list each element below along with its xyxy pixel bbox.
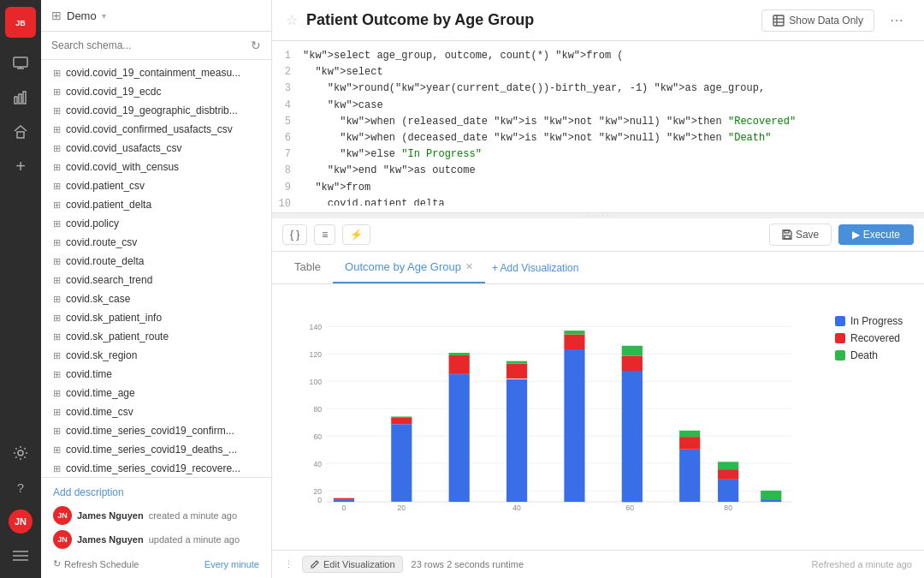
save-button[interactable]: Save (769, 223, 832, 246)
table-list-item[interactable]: ⊞covid.sk_region (41, 346, 271, 365)
chart-container: 140 120 100 80 60 40 20 0 (272, 284, 924, 550)
more-options-button[interactable]: ⋯ (883, 9, 910, 32)
table-list-item[interactable]: ⊞covid.covid_with_census (41, 158, 271, 176)
user-icon[interactable]: JN (5, 506, 36, 537)
indent-button[interactable]: ≡ (314, 224, 335, 245)
svg-rect-7 (23, 92, 26, 104)
table-list-item[interactable]: ⊞covid.search_trend (41, 271, 271, 289)
refresh-interval[interactable]: Every minute (204, 559, 259, 569)
svg-point-9 (18, 450, 23, 456)
table-icon: ⊞ (53, 200, 61, 211)
tab-table-label: Table (294, 260, 321, 273)
table-list-item[interactable]: ⊞covid.patient_delta (41, 195, 271, 214)
legend-label: Recovered (850, 332, 900, 344)
svg-rect-56 (718, 469, 738, 480)
table-icon: ⊞ (53, 369, 61, 380)
svg-text:100: 100 (310, 378, 323, 386)
table-list-item[interactable]: ⊞covid.patient_csv (41, 176, 271, 195)
table-list-item[interactable]: ⊞covid.time_series_covid19_deaths_... (41, 440, 271, 459)
edit-visualization-button[interactable]: Edit Visualization (302, 556, 403, 573)
format-button[interactable]: { } (282, 224, 307, 245)
svg-rect-49 (622, 371, 643, 502)
table-list-item[interactable]: ⊞covid.covid_confirmed_usafacts_csv (41, 120, 271, 139)
table-list-item[interactable]: ⊞covid.covid_usafacts_csv (41, 139, 271, 158)
svg-rect-44 (506, 364, 527, 379)
code-content[interactable]: "kw">select age_group, outcome, count(*)… (303, 48, 924, 206)
settings-icon[interactable] (5, 438, 36, 468)
table-list-item[interactable]: ⊞covid.covid_19_geographic_disbtrib... (41, 101, 271, 120)
table-list-item[interactable]: ⊞covid.time_age (41, 384, 271, 402)
editor-toolbar: { } ≡ ⚡ Save ▶ Execute (272, 217, 924, 251)
add-visualization-button[interactable]: + Add Visualization (485, 262, 586, 274)
table-list-item[interactable]: ⊞covid.time_series_covid19_recovere... (41, 459, 271, 477)
chart-icon[interactable] (5, 82, 36, 113)
svg-text:120: 120 (310, 350, 323, 359)
svg-rect-42 (449, 353, 470, 355)
svg-rect-52 (679, 450, 700, 502)
table-list-item[interactable]: ⊞covid.policy (41, 214, 271, 233)
show-data-button[interactable]: Show Data Only (761, 9, 874, 32)
table-list-item[interactable]: ⊞covid.covid_19_ecdc (41, 82, 271, 101)
svg-rect-46 (564, 349, 584, 502)
table-list-item[interactable]: ⊞covid.route_delta (41, 252, 271, 271)
topbar: ☆ Patient Outcome by Age Group Show Data… (272, 0, 924, 41)
chevron-down-icon: ▾ (102, 11, 106, 21)
table-list-item[interactable]: ⊞covid.sk_case (41, 289, 271, 308)
svg-rect-57 (718, 462, 738, 469)
legend-color (835, 316, 845, 326)
execute-button[interactable]: ▶ Execute (838, 224, 914, 245)
table-list-item[interactable]: ⊞covid.time (41, 365, 271, 384)
table-list-item[interactable]: ⊞covid.time_series_covid19_confirm... (41, 421, 271, 440)
code-line: covid.patient_delta (303, 196, 924, 206)
svg-text:140: 140 (310, 323, 323, 331)
sidebar-footer: Add description JNJames Nguyencreated a … (41, 477, 271, 578)
show-data-label: Show Data Only (789, 15, 863, 27)
refresh-row: ↻ Refresh Schedule Every minute (53, 551, 259, 569)
table-list-item[interactable]: ⊞covid.covid_19_containment_measu... (41, 63, 271, 82)
tab-close-icon[interactable]: ✕ (465, 261, 473, 272)
logo-icon[interactable]: JB (5, 7, 36, 38)
svg-rect-51 (622, 346, 643, 356)
home-icon[interactable] (5, 116, 36, 147)
help-icon[interactable]: ? (5, 472, 36, 503)
tab-table[interactable]: Table (282, 252, 333, 283)
table-icon: ⊞ (53, 313, 61, 324)
menu-icon[interactable] (5, 540, 36, 571)
lightning-button[interactable]: ⚡ (342, 224, 370, 245)
table-icon: ⊞ (53, 181, 61, 192)
status-dots: ⋮ (284, 559, 293, 570)
svg-text:60: 60 (313, 432, 322, 441)
results-tabs: Table Outcome by Age Group ✕ + Add Visua… (272, 252, 924, 284)
svg-rect-43 (506, 379, 527, 502)
svg-rect-8 (17, 132, 24, 138)
refresh-schema-icon[interactable]: ↻ (251, 39, 261, 52)
legend-item: In Progress (835, 315, 907, 327)
table-icon: ⊞ (53, 350, 61, 361)
svg-rect-6 (19, 94, 21, 104)
table-list-item[interactable]: ⊞covid.route_csv (41, 233, 271, 252)
legend-item: Death (835, 349, 907, 361)
code-editor[interactable]: 1234567891011121314"kw">select age_group… (272, 41, 924, 212)
avatar: JN (53, 530, 72, 549)
add-icon[interactable]: + (5, 151, 36, 182)
add-description-link[interactable]: Add description (53, 486, 259, 498)
table-icon: ⊞ (53, 162, 61, 173)
svg-rect-45 (506, 361, 527, 364)
table-list-item[interactable]: ⊞covid.sk_patient_info (41, 308, 271, 327)
demo-selector[interactable]: ⊞ Demo ▾ (51, 9, 106, 22)
svg-text:80: 80 (313, 405, 322, 414)
legend-label: In Progress (850, 315, 903, 327)
monitor-icon[interactable] (5, 48, 36, 79)
svg-rect-35 (334, 499, 354, 502)
schema-search-input[interactable] (51, 39, 246, 51)
nav-bar: JB + ? JN (0, 0, 41, 578)
svg-text:20: 20 (313, 487, 322, 496)
tab-outcome[interactable]: Outcome by Age Group ✕ (333, 252, 485, 283)
table-list-item[interactable]: ⊞covid.sk_patient_route (41, 327, 271, 346)
table-icon: ⊞ (53, 294, 61, 305)
table-list-item[interactable]: ⊞covid.time_csv (41, 402, 271, 421)
star-icon[interactable]: ☆ (286, 12, 298, 28)
code-line: "kw">select (303, 64, 924, 80)
svg-rect-37 (391, 424, 412, 502)
svg-text:40: 40 (512, 504, 521, 512)
